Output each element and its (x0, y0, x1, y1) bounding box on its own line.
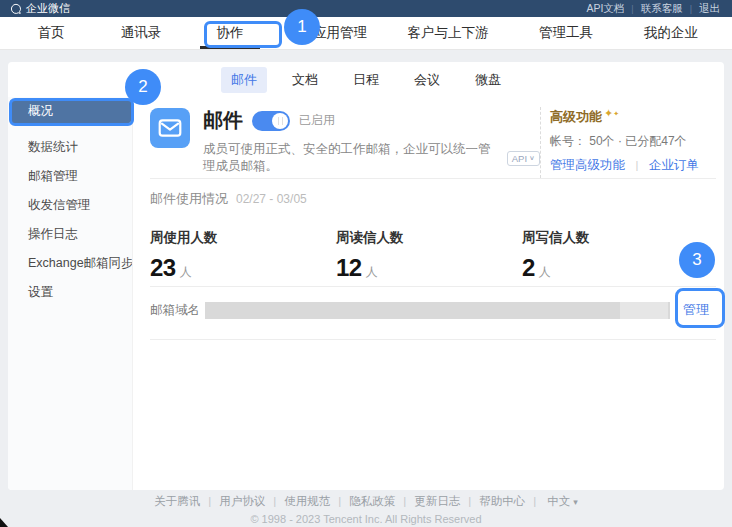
topbar: 企业微信 API文档 联系客服 退出 (0, 0, 732, 17)
premium-panel: 高级功能 ✦ ✦ 帐号： 50个 · 已分配47个 管理高级功能 | 企业订单 (540, 107, 716, 178)
divider (150, 339, 716, 340)
nav-item-admin-tools[interactable]: 管理工具 (539, 17, 593, 49)
tab-calendar[interactable]: 日程 (343, 67, 389, 93)
mouse-cursor (0, 518, 8, 527)
api-docs-link[interactable]: API文档 (586, 2, 624, 16)
toggle-knob (272, 113, 288, 129)
sidebar-item-logs[interactable]: 操作日志 (8, 220, 132, 249)
sparkle-icon: ✦ (613, 108, 619, 119)
sidebar-item-statistics[interactable]: 数据统计 (8, 133, 132, 162)
footer-help-link[interactable]: 帮助中心 (460, 494, 525, 509)
stat-unit: 人 (180, 264, 192, 281)
content-card: 邮件 文档 日程 会议 微盘 概况 数据统计 邮箱管理 收发信管理 操作日志 E… (8, 62, 724, 490)
tab-meeting[interactable]: 会议 (404, 67, 450, 93)
chevron-down-icon: ∨ (529, 154, 535, 161)
usage-title: 邮件使用情况 (150, 190, 228, 208)
nav-item-contacts[interactable]: 通讯录 (121, 17, 162, 49)
tab-docs[interactable]: 文档 (282, 67, 328, 93)
stat-value: 23 (150, 254, 176, 282)
domain-redacted-bar (205, 302, 670, 319)
nav-item-my-company[interactable]: 我的企业 (644, 17, 698, 49)
nav-item-home[interactable]: 首页 (38, 17, 65, 49)
sparkle-icon: ✦ (604, 108, 613, 119)
sidebar-item-mailbox-mgmt[interactable]: 邮箱管理 (8, 162, 132, 191)
premium-accounts: 帐号： 50个 · 已分配47个 (550, 133, 716, 150)
stat-weekly-writers: 周写信人数 2 人 (522, 229, 708, 282)
usage-period: 02/27 - 03/05 (236, 192, 307, 206)
mail-app-info: 邮件 已启用 成员可使用正式、安全的工作邮箱，企业可以统一管理成员邮箱。 API… (203, 107, 540, 178)
footer-rules-link[interactable]: 使用规范 (265, 494, 330, 509)
contact-support-link[interactable]: 联系客服 (624, 2, 682, 16)
page-footer: 关于腾讯 用户协议 使用规范 隐私政策 更新日志 帮助中心 中文▾ © 1998… (0, 494, 732, 525)
premium-title: 高级功能 (550, 108, 602, 126)
mail-app-icon (150, 108, 190, 148)
manage-premium-link[interactable]: 管理高级功能 (550, 158, 625, 172)
main-nav: 首页 通讯录 协作 应用管理 客户与上下游 管理工具 我的企业 (0, 17, 732, 50)
stat-value: 2 (522, 254, 535, 282)
sidebar: 概况 数据统计 邮箱管理 收发信管理 操作日志 Exchange邮箱同步 设置 (8, 97, 133, 490)
copyright: © 1998 - 2023 Tencent Inc. All Rights Re… (0, 513, 732, 525)
logout-link[interactable]: 退出 (683, 2, 720, 16)
sidebar-item-exchange-sync[interactable]: Exchange邮箱同步 (8, 249, 132, 278)
collab-tabs: 邮件 文档 日程 会议 微盘 (8, 62, 724, 97)
topbar-links: API文档 联系客服 退出 (586, 2, 720, 16)
envelope-icon (157, 115, 183, 141)
nav-item-collaboration[interactable]: 协作 (217, 17, 244, 49)
language-selector[interactable]: 中文▾ (525, 494, 578, 509)
sidebar-item-send-receive[interactable]: 收发信管理 (8, 191, 132, 220)
manage-domain-link[interactable]: 管理 (683, 301, 709, 319)
mail-enabled-toggle[interactable] (252, 111, 290, 131)
stat-unit: 人 (539, 264, 551, 281)
stat-value: 12 (336, 254, 362, 282)
sidebar-item-overview[interactable]: 概况 (10, 100, 131, 123)
nav-item-apps[interactable]: 应用管理 (313, 17, 367, 49)
app-description: 成员可使用正式、安全的工作邮箱，企业可以统一管理成员邮箱。 (203, 141, 501, 175)
mail-domain-section: 邮箱域名 管理 (150, 287, 716, 339)
footer-terms-link[interactable]: 用户协议 (200, 494, 265, 509)
stat-weekly-users: 周使用人数 23 人 (150, 229, 336, 282)
tab-mail[interactable]: 邮件 (221, 67, 267, 93)
brand-name: 企业微信 (26, 1, 70, 16)
domain-label: 邮箱域名 (150, 302, 205, 319)
tab-drive[interactable]: 微盘 (465, 67, 511, 93)
stat-unit: 人 (366, 264, 378, 281)
brand[interactable]: 企业微信 (10, 1, 70, 16)
usage-section: 邮件使用情况 02/27 - 03/05 周使用人数 23 人 周读信人数 (150, 179, 716, 286)
app-status-label: 已启用 (299, 112, 335, 129)
footer-changelog-link[interactable]: 更新日志 (395, 494, 460, 509)
enterprise-order-link[interactable]: 企业订单 (649, 158, 699, 172)
card-body: 概况 数据统计 邮箱管理 收发信管理 操作日志 Exchange邮箱同步 设置 (8, 97, 724, 490)
active-nav-underline (200, 46, 260, 49)
stat-weekly-readers: 周读信人数 12 人 (336, 229, 522, 282)
footer-privacy-link[interactable]: 隐私政策 (330, 494, 395, 509)
wecom-logo-icon (10, 3, 22, 15)
main-content: 邮件 已启用 成员可使用正式、安全的工作邮箱，企业可以统一管理成员邮箱。 API… (133, 97, 724, 490)
app-title: 邮件 (203, 107, 243, 134)
api-dropdown-button[interactable]: API ∨ (507, 151, 540, 166)
caret-down-icon: ▾ (573, 497, 578, 507)
mail-app-header: 邮件 已启用 成员可使用正式、安全的工作邮箱，企业可以统一管理成员邮箱。 API… (150, 97, 716, 178)
nav-item-customers[interactable]: 客户与上下游 (408, 17, 489, 49)
wecom-admin-screen: 企业微信 API文档 联系客服 退出 首页 通讯录 协作 应用管理 客户与上下游… (0, 0, 732, 527)
sidebar-item-settings[interactable]: 设置 (8, 278, 132, 307)
footer-about-link[interactable]: 关于腾讯 (154, 494, 200, 509)
